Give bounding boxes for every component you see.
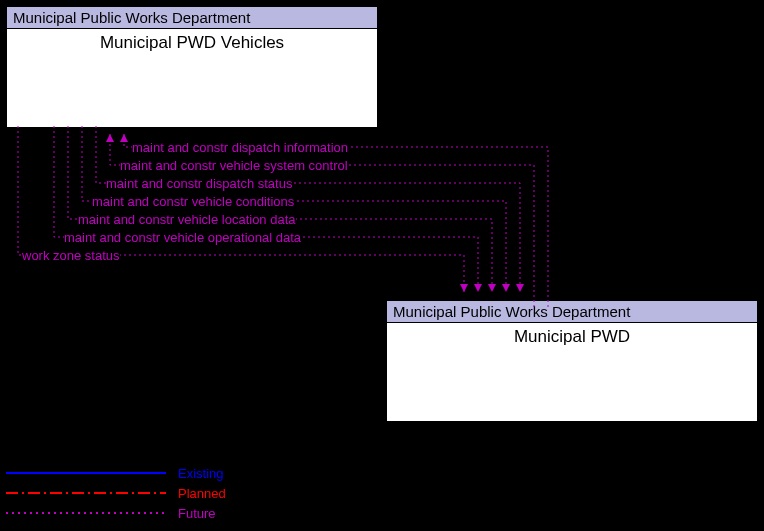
flow-label-vehicle-location-data[interactable]: maint and constr vehicle location data [78, 212, 296, 227]
legend-line-planned [6, 483, 166, 503]
legend-row-planned: Planned [6, 483, 226, 503]
legend-label-existing: Existing [178, 466, 224, 481]
legend-label-future: Future [178, 506, 216, 521]
flow-label-dispatch-status[interactable]: maint and constr dispatch status [106, 176, 292, 191]
legend-row-future: Future [6, 503, 226, 523]
legend-row-existing: Existing [6, 463, 226, 483]
legend-line-future [6, 503, 166, 523]
node-municipal-pwd-vehicles[interactable]: Municipal Public Works Department Munici… [6, 6, 378, 128]
node-municipal-pwd[interactable]: Municipal Public Works Department Munici… [386, 300, 758, 422]
legend: Existing Planned Future [6, 463, 226, 523]
node-header-bottom: Municipal Public Works Department [387, 301, 757, 323]
flow-label-vehicle-conditions[interactable]: maint and constr vehicle conditions [92, 194, 294, 209]
node-header-top: Municipal Public Works Department [7, 7, 377, 29]
legend-line-existing [6, 463, 166, 483]
node-title-top: Municipal PWD Vehicles [7, 29, 377, 53]
legend-label-planned: Planned [178, 486, 226, 501]
flow-label-vehicle-operational-data[interactable]: maint and constr vehicle operational dat… [64, 230, 301, 245]
flow-label-dispatch-information[interactable]: maint and constr dispatch information [132, 140, 348, 155]
node-title-bottom: Municipal PWD [387, 323, 757, 347]
flow-label-vehicle-system-control[interactable]: maint and constr vehicle system control [120, 158, 348, 173]
flow-label-work-zone-status[interactable]: work zone status [22, 248, 120, 263]
